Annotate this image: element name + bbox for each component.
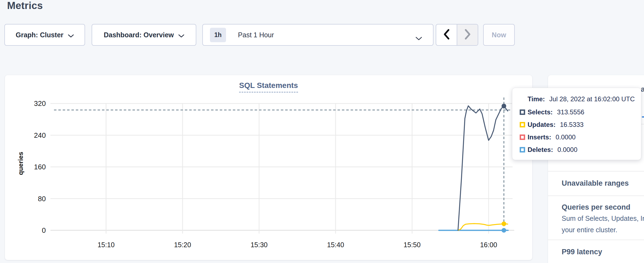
series-swatch-icon	[520, 122, 525, 127]
sidebar-section: Unavailable ranges	[548, 171, 644, 195]
tooltip-series-value: 16.5333	[560, 121, 584, 129]
time-range-dropdown[interactable]: 1h Past 1 Hour	[202, 24, 434, 46]
dashboard-dropdown[interactable]: Dashboard: Overview	[92, 24, 196, 46]
chart-plot-area[interactable]	[50, 98, 513, 234]
graph-dropdown[interactable]: Graph: Cluster	[4, 24, 85, 46]
tooltip-series-row: Deletes: 0.0000	[520, 143, 634, 156]
sidebar-section-description-line: your entire cluster.	[562, 225, 644, 235]
sidebar-section-heading: P99 latency	[562, 247, 644, 256]
tooltip-time-value: Jul 28, 2022 at 16:02:00 UTC	[549, 95, 635, 103]
chart-hover-tooltip: Time: Jul 28, 2022 at 16:02:00 UTC Selec…	[512, 88, 641, 160]
chart-title[interactable]: SQL Statements	[239, 81, 298, 93]
time-shift-control	[436, 24, 478, 46]
chevron-down-icon	[68, 32, 74, 39]
tooltip-series-label: Selects:	[528, 108, 553, 116]
sidebar-section: P99 latency	[548, 240, 644, 263]
sidebar-section: Queries per second Sum of Selects, Updat…	[548, 195, 644, 240]
page-title: Metrics	[7, 0, 43, 11]
next-time-button[interactable]	[457, 25, 478, 45]
chevron-down-icon	[178, 32, 184, 39]
dashboard-dropdown-label: Dashboard: Overview	[104, 31, 174, 39]
time-range-badge: 1h	[210, 28, 226, 42]
tooltip-series-row: Inserts: 0.0000	[520, 131, 634, 143]
tooltip-time-row: Time: Jul 28, 2022 at 16:02:00 UTC	[528, 94, 634, 104]
chevron-left-icon	[442, 28, 451, 42]
time-range-label: Past 1 Hour	[238, 31, 274, 39]
clipped-link-fragment	[642, 116, 644, 118]
series-swatch-icon	[520, 109, 525, 115]
y-axis-label: queries	[17, 136, 25, 191]
tooltip-series-value: 313.5556	[557, 108, 584, 116]
previous-time-button[interactable]	[436, 25, 457, 45]
tooltip-series-row: Selects: 313.5556	[520, 106, 634, 118]
series-swatch-icon	[520, 134, 525, 140]
tooltip-series-label: Inserts:	[528, 133, 551, 141]
series-swatch-icon	[520, 147, 525, 152]
sidebar-section-heading: Unavailable ranges	[562, 179, 644, 188]
tooltip-series-label: Updates:	[528, 121, 556, 129]
graph-dropdown-label: Graph: Cluster	[16, 31, 63, 39]
tooltip-series-label: Deletes:	[528, 146, 553, 154]
tooltip-time-label: Time:	[528, 95, 545, 103]
tooltip-series-value: 0.0000	[556, 133, 576, 141]
sidebar-section-description-line: Sum of Selects, Updates, Inser	[562, 213, 644, 223]
chevron-down-icon	[416, 34, 422, 42]
tooltip-series-row: Updates: 16.5333	[520, 118, 634, 131]
chevron-right-icon	[463, 28, 472, 42]
sidebar-section-heading: Queries per second	[562, 203, 644, 212]
tooltip-series-value: 0.0000	[557, 146, 577, 154]
now-button[interactable]: Now	[483, 24, 515, 46]
